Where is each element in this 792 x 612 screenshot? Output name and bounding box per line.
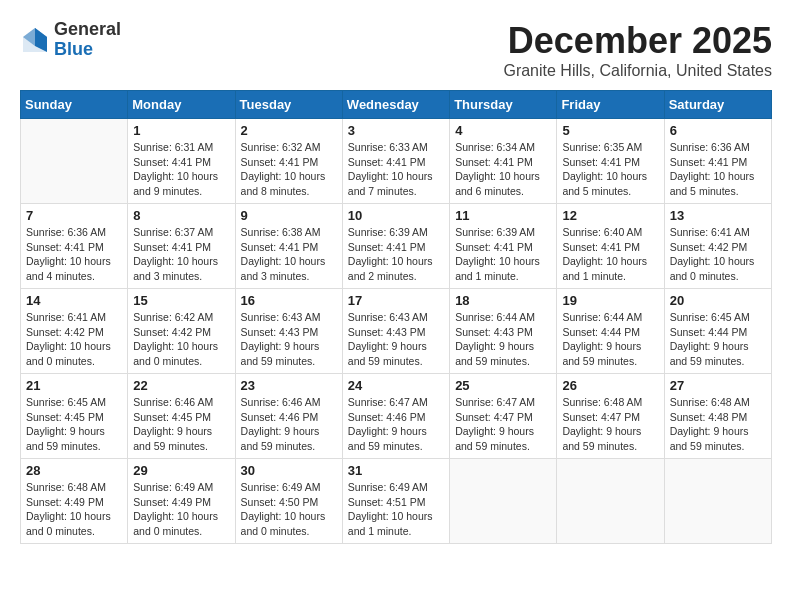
- day-info: Sunrise: 6:48 AM Sunset: 4:48 PM Dayligh…: [670, 395, 766, 454]
- day-number: 1: [133, 123, 229, 138]
- calendar-cell: 1Sunrise: 6:31 AM Sunset: 4:41 PM Daylig…: [128, 119, 235, 204]
- calendar-cell: 26Sunrise: 6:48 AM Sunset: 4:47 PM Dayli…: [557, 374, 664, 459]
- day-number: 8: [133, 208, 229, 223]
- day-of-week-header: Monday: [128, 91, 235, 119]
- day-number: 14: [26, 293, 122, 308]
- calendar-cell: 17Sunrise: 6:43 AM Sunset: 4:43 PM Dayli…: [342, 289, 449, 374]
- day-info: Sunrise: 6:49 AM Sunset: 4:49 PM Dayligh…: [133, 480, 229, 539]
- day-number: 24: [348, 378, 444, 393]
- day-info: Sunrise: 6:45 AM Sunset: 4:44 PM Dayligh…: [670, 310, 766, 369]
- day-info: Sunrise: 6:36 AM Sunset: 4:41 PM Dayligh…: [670, 140, 766, 199]
- day-info: Sunrise: 6:48 AM Sunset: 4:47 PM Dayligh…: [562, 395, 658, 454]
- day-number: 15: [133, 293, 229, 308]
- calendar-cell: 3Sunrise: 6:33 AM Sunset: 4:41 PM Daylig…: [342, 119, 449, 204]
- day-info: Sunrise: 6:41 AM Sunset: 4:42 PM Dayligh…: [26, 310, 122, 369]
- day-number: 21: [26, 378, 122, 393]
- day-number: 7: [26, 208, 122, 223]
- day-number: 5: [562, 123, 658, 138]
- day-of-week-header: Thursday: [450, 91, 557, 119]
- calendar-cell: 5Sunrise: 6:35 AM Sunset: 4:41 PM Daylig…: [557, 119, 664, 204]
- day-number: 9: [241, 208, 337, 223]
- week-row: 7Sunrise: 6:36 AM Sunset: 4:41 PM Daylig…: [21, 204, 772, 289]
- calendar-cell: 6Sunrise: 6:36 AM Sunset: 4:41 PM Daylig…: [664, 119, 771, 204]
- day-info: Sunrise: 6:46 AM Sunset: 4:45 PM Dayligh…: [133, 395, 229, 454]
- calendar-header: SundayMondayTuesdayWednesdayThursdayFrid…: [21, 91, 772, 119]
- day-number: 29: [133, 463, 229, 478]
- calendar-cell: 4Sunrise: 6:34 AM Sunset: 4:41 PM Daylig…: [450, 119, 557, 204]
- day-number: 10: [348, 208, 444, 223]
- calendar-table: SundayMondayTuesdayWednesdayThursdayFrid…: [20, 90, 772, 544]
- day-info: Sunrise: 6:36 AM Sunset: 4:41 PM Dayligh…: [26, 225, 122, 284]
- calendar-cell: 19Sunrise: 6:44 AM Sunset: 4:44 PM Dayli…: [557, 289, 664, 374]
- day-info: Sunrise: 6:47 AM Sunset: 4:47 PM Dayligh…: [455, 395, 551, 454]
- day-number: 19: [562, 293, 658, 308]
- day-info: Sunrise: 6:49 AM Sunset: 4:50 PM Dayligh…: [241, 480, 337, 539]
- day-info: Sunrise: 6:44 AM Sunset: 4:44 PM Dayligh…: [562, 310, 658, 369]
- calendar-cell: [557, 459, 664, 544]
- calendar-cell: 22Sunrise: 6:46 AM Sunset: 4:45 PM Dayli…: [128, 374, 235, 459]
- day-number: 31: [348, 463, 444, 478]
- day-info: Sunrise: 6:31 AM Sunset: 4:41 PM Dayligh…: [133, 140, 229, 199]
- day-of-week-header: Friday: [557, 91, 664, 119]
- day-number: 30: [241, 463, 337, 478]
- calendar-cell: [664, 459, 771, 544]
- day-info: Sunrise: 6:38 AM Sunset: 4:41 PM Dayligh…: [241, 225, 337, 284]
- day-number: 2: [241, 123, 337, 138]
- calendar-cell: [21, 119, 128, 204]
- day-number: 25: [455, 378, 551, 393]
- day-number: 20: [670, 293, 766, 308]
- day-info: Sunrise: 6:35 AM Sunset: 4:41 PM Dayligh…: [562, 140, 658, 199]
- calendar-cell: 10Sunrise: 6:39 AM Sunset: 4:41 PM Dayli…: [342, 204, 449, 289]
- day-of-week-header: Tuesday: [235, 91, 342, 119]
- calendar-cell: 7Sunrise: 6:36 AM Sunset: 4:41 PM Daylig…: [21, 204, 128, 289]
- logo: General Blue: [20, 20, 121, 60]
- calendar-cell: 9Sunrise: 6:38 AM Sunset: 4:41 PM Daylig…: [235, 204, 342, 289]
- day-info: Sunrise: 6:39 AM Sunset: 4:41 PM Dayligh…: [348, 225, 444, 284]
- day-number: 27: [670, 378, 766, 393]
- day-info: Sunrise: 6:42 AM Sunset: 4:42 PM Dayligh…: [133, 310, 229, 369]
- calendar-cell: 14Sunrise: 6:41 AM Sunset: 4:42 PM Dayli…: [21, 289, 128, 374]
- day-info: Sunrise: 6:37 AM Sunset: 4:41 PM Dayligh…: [133, 225, 229, 284]
- day-number: 12: [562, 208, 658, 223]
- logo-general-text: General: [54, 20, 121, 40]
- calendar-cell: 20Sunrise: 6:45 AM Sunset: 4:44 PM Dayli…: [664, 289, 771, 374]
- day-info: Sunrise: 6:41 AM Sunset: 4:42 PM Dayligh…: [670, 225, 766, 284]
- page-header: General Blue December 2025 Granite Hills…: [20, 20, 772, 80]
- logo-text: General Blue: [54, 20, 121, 60]
- calendar-cell: 8Sunrise: 6:37 AM Sunset: 4:41 PM Daylig…: [128, 204, 235, 289]
- logo-blue-text: Blue: [54, 40, 121, 60]
- day-info: Sunrise: 6:34 AM Sunset: 4:41 PM Dayligh…: [455, 140, 551, 199]
- title-block: December 2025 Granite Hills, California,…: [503, 20, 772, 80]
- week-row: 21Sunrise: 6:45 AM Sunset: 4:45 PM Dayli…: [21, 374, 772, 459]
- day-info: Sunrise: 6:43 AM Sunset: 4:43 PM Dayligh…: [241, 310, 337, 369]
- day-info: Sunrise: 6:32 AM Sunset: 4:41 PM Dayligh…: [241, 140, 337, 199]
- calendar-cell: 16Sunrise: 6:43 AM Sunset: 4:43 PM Dayli…: [235, 289, 342, 374]
- subtitle: Granite Hills, California, United States: [503, 62, 772, 80]
- calendar-body: 1Sunrise: 6:31 AM Sunset: 4:41 PM Daylig…: [21, 119, 772, 544]
- calendar-cell: 13Sunrise: 6:41 AM Sunset: 4:42 PM Dayli…: [664, 204, 771, 289]
- day-number: 26: [562, 378, 658, 393]
- calendar-cell: 2Sunrise: 6:32 AM Sunset: 4:41 PM Daylig…: [235, 119, 342, 204]
- calendar-cell: 23Sunrise: 6:46 AM Sunset: 4:46 PM Dayli…: [235, 374, 342, 459]
- day-number: 6: [670, 123, 766, 138]
- calendar-cell: 15Sunrise: 6:42 AM Sunset: 4:42 PM Dayli…: [128, 289, 235, 374]
- calendar-cell: 30Sunrise: 6:49 AM Sunset: 4:50 PM Dayli…: [235, 459, 342, 544]
- calendar-cell: 12Sunrise: 6:40 AM Sunset: 4:41 PM Dayli…: [557, 204, 664, 289]
- week-row: 1Sunrise: 6:31 AM Sunset: 4:41 PM Daylig…: [21, 119, 772, 204]
- week-row: 14Sunrise: 6:41 AM Sunset: 4:42 PM Dayli…: [21, 289, 772, 374]
- calendar-cell: 29Sunrise: 6:49 AM Sunset: 4:49 PM Dayli…: [128, 459, 235, 544]
- day-of-week-header: Saturday: [664, 91, 771, 119]
- calendar-cell: 31Sunrise: 6:49 AM Sunset: 4:51 PM Dayli…: [342, 459, 449, 544]
- main-title: December 2025: [503, 20, 772, 62]
- day-info: Sunrise: 6:40 AM Sunset: 4:41 PM Dayligh…: [562, 225, 658, 284]
- day-info: Sunrise: 6:49 AM Sunset: 4:51 PM Dayligh…: [348, 480, 444, 539]
- calendar-cell: 27Sunrise: 6:48 AM Sunset: 4:48 PM Dayli…: [664, 374, 771, 459]
- week-row: 28Sunrise: 6:48 AM Sunset: 4:49 PM Dayli…: [21, 459, 772, 544]
- day-info: Sunrise: 6:47 AM Sunset: 4:46 PM Dayligh…: [348, 395, 444, 454]
- day-number: 11: [455, 208, 551, 223]
- day-info: Sunrise: 6:43 AM Sunset: 4:43 PM Dayligh…: [348, 310, 444, 369]
- calendar-cell: 25Sunrise: 6:47 AM Sunset: 4:47 PM Dayli…: [450, 374, 557, 459]
- logo-icon: [20, 25, 50, 55]
- day-info: Sunrise: 6:33 AM Sunset: 4:41 PM Dayligh…: [348, 140, 444, 199]
- day-number: 13: [670, 208, 766, 223]
